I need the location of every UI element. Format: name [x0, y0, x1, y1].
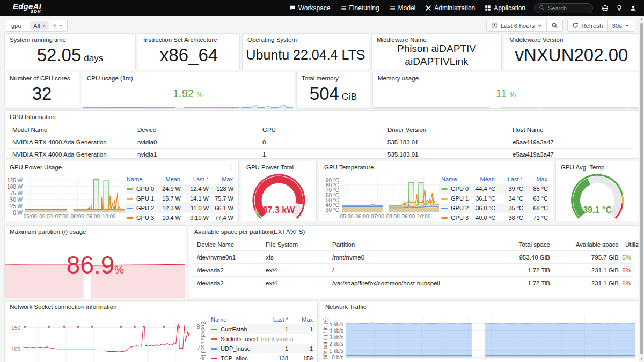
column-header: Partition: [329, 239, 490, 251]
scrollbar-thumb[interactable]: [640, 23, 643, 354]
clear-selection-icon[interactable]: ×: [53, 22, 56, 29]
time-range-picker[interactable]: Last 6 hours: [486, 20, 547, 32]
nav-item-workspace[interactable]: Workspace: [289, 4, 331, 12]
panel-gpu-power-total: GPU Power Total 87.3 kW: [241, 161, 317, 221]
panel-network-socket: Network Socket connection information 15…: [4, 300, 318, 362]
refresh-interval-picker[interactable]: 30s: [607, 20, 634, 32]
column-header: File System: [262, 239, 329, 251]
column-header: Device: [134, 124, 259, 136]
utilization-cell: 86.16%: [625, 267, 631, 274]
chevron-down-icon: [625, 23, 630, 29]
refresh-label: Refresh: [581, 23, 603, 29]
panel-cpu-usage: CPU usage (1m) 1.92%: [82, 72, 294, 109]
panel-title: Available space per partition(EXT.*/XFS): [194, 228, 305, 235]
column-header: Host Name: [509, 124, 634, 136]
remove-value-icon[interactable]: ×: [43, 23, 46, 29]
app-logo[interactable]: EdgeAI SDK: [13, 2, 41, 14]
legend-header[interactable]: Name: [211, 316, 258, 323]
gpu-temperature-legend: NameMeanLast *MaxGPU 044.4 °C39 °C85 °CG…: [439, 174, 550, 223]
series-color-swatch: [127, 208, 133, 209]
legend-value: 12.3 W: [154, 205, 181, 211]
legend-value: 75.7 W: [209, 195, 233, 202]
legend-header[interactable]: Max: [208, 176, 233, 182]
legend-series-name[interactable]: UDP_inuse: [211, 345, 258, 352]
legend-value: 40.0 °C: [469, 215, 495, 221]
svg-text:39.1 °C: 39.1 °C: [583, 205, 612, 215]
globe-icon[interactable]: [602, 5, 609, 12]
speech-bubble-icon: [289, 5, 296, 11]
series-color-swatch: [441, 217, 448, 219]
series-color-swatch: [441, 188, 448, 190]
stat-unit: %: [510, 91, 516, 99]
scroll-up-icon[interactable]: ▲: [639, 16, 644, 23]
legend-header[interactable]: Last *: [495, 176, 523, 182]
legend-header[interactable]: Max: [523, 176, 547, 182]
memory-usage-sparkline: [374, 101, 638, 108]
refresh-button[interactable]: Refresh: [567, 20, 608, 32]
panel-max-partition-usage: Maximum partition (/) usage 86.9%: [4, 225, 186, 298]
legend-series-name[interactable]: GPU 1: [127, 195, 154, 202]
grid-icon: [485, 5, 491, 11]
nav-item-label: Application: [494, 4, 525, 12]
nav-item-model[interactable]: Model: [389, 4, 416, 12]
column-header: Utilization: [622, 239, 634, 251]
legend-value: 85 °C: [523, 186, 548, 192]
legend-series-name[interactable]: GPU 0: [441, 186, 469, 192]
panel-menu-icon[interactable]: ⋮: [228, 164, 235, 170]
column-header: GPU: [259, 124, 384, 136]
legend-series-name[interactable]: GPU 3: [127, 215, 154, 221]
legend-series-name[interactable]: Sockets_used (right y-axis): [211, 336, 294, 342]
legend-series-name[interactable]: CurrEstab: [211, 326, 258, 333]
series-color-swatch: [211, 358, 217, 359]
legend-series-name[interactable]: GPU 2: [441, 205, 469, 211]
legend-value: 1: [288, 326, 313, 333]
legend-row: GPU 236.0 °C35 °C68 °C: [439, 203, 550, 213]
table-row: NVIDIA RTX 4000 Ada Generationnvidia0053…: [9, 136, 634, 149]
legend-row: UDP_inuse11: [209, 344, 315, 353]
legend-header[interactable]: Name: [127, 176, 153, 182]
vertical-scrollbar[interactable]: ▲ ▼: [639, 16, 644, 362]
legend-value: 11.0 W: [181, 205, 209, 211]
legend-header[interactable]: Name: [441, 176, 468, 182]
legend-header[interactable]: Last *: [258, 316, 288, 323]
zoom-out-button[interactable]: [546, 20, 563, 32]
panel-title: Middleware Version: [509, 36, 563, 43]
legend-series-name[interactable]: GPU 2: [127, 205, 154, 211]
lightbulb-icon[interactable]: [616, 5, 623, 11]
legend-series-name[interactable]: GPU 0: [127, 186, 154, 192]
legend-header[interactable]: Last *: [180, 176, 208, 182]
variable-label: gpu: [6, 20, 26, 31]
table-row: /dev/nvme0n1xfs/mnt/nvme0953.40 GiB795.7…: [194, 251, 634, 264]
utilization-cell: 86.16%: [625, 279, 631, 286]
nav-item-application[interactable]: Application: [485, 4, 525, 12]
nav-item-label: Workspace: [298, 4, 331, 12]
legend-header[interactable]: Max: [288, 316, 313, 323]
user-icon[interactable]: [630, 5, 636, 11]
legend-value: 44.4 °C: [469, 186, 495, 192]
scroll-down-icon[interactable]: ▼: [639, 356, 644, 362]
panel-network-traffic: Network Traffic 05:0005:3006:0006:3007:0…: [320, 300, 639, 362]
stat-value: 52.05: [37, 45, 82, 65]
search-input[interactable]: Search: [534, 3, 593, 13]
legend-header[interactable]: Mean: [153, 176, 180, 182]
chevron-down-icon: [537, 23, 542, 29]
stat-value: 11: [496, 87, 507, 100]
chevron-down-icon[interactable]: [58, 23, 63, 29]
gpu-power-legend: NameMeanLast *MaxGPU 024.9 W12.4 W128 WG…: [125, 174, 235, 223]
legend-series-name[interactable]: GPU 3: [441, 215, 469, 221]
legend-header[interactable]: Mean: [468, 176, 495, 182]
svg-text:87.3 kW: 87.3 kW: [263, 205, 295, 215]
legend-row: GPU 044.4 °C39 °C85 °C: [439, 184, 550, 194]
variable-value-pill[interactable]: All ×: [30, 21, 49, 30]
utilization-value: 86.16%: [622, 267, 631, 274]
nav-item-finetuning[interactable]: Finetuning: [340, 4, 379, 12]
legend-value: 15.7 W: [154, 195, 181, 202]
stat-value: 32: [32, 84, 52, 104]
legend-series-name[interactable]: GPU 1: [441, 195, 469, 202]
legend-series-name[interactable]: TCP_alloc: [211, 355, 258, 361]
table-row: /dev/sda2ext4/1.72 TiB231.1 GiB86.16%: [194, 264, 634, 277]
nav-item-administration[interactable]: Administration: [425, 4, 475, 12]
gpu-info-table: Model NameDeviceGPUDriver VersionHost Na…: [9, 124, 634, 160]
panel-cpu-cores: Number of CPU cores 32: [4, 72, 79, 109]
legend-value: 12.4 W: [181, 186, 209, 192]
